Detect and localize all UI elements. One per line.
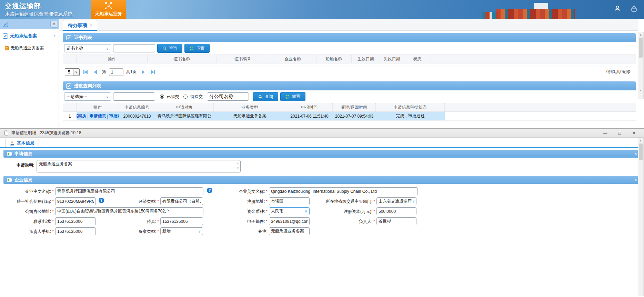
radio-submitted[interactable]: [160, 95, 164, 99]
column-header: 申报时间: [286, 103, 333, 111]
business-module-tab[interactable]: 无船承运业务: [91, 0, 126, 19]
section-fold-icon[interactable]: ∧: [634, 151, 637, 156]
certificate-search-input[interactable]: [113, 44, 155, 52]
sidebar-collapse-button[interactable]: «: [50, 21, 57, 28]
form-row-5: 负责人手机:* 备案类型:* ∨ 备注:: [0, 227, 644, 237]
record-type-select[interactable]: [160, 227, 203, 235]
certificate-search-button[interactable]: 查询: [157, 44, 182, 53]
required-mark: *: [266, 219, 268, 224]
sidebar-section-nvocc[interactable]: 无船承运备案 ∧: [0, 29, 59, 42]
progress-reset-button[interactable]: 重置: [280, 92, 305, 101]
next-page-button[interactable]: [142, 70, 145, 74]
office-addr-input[interactable]: [55, 207, 203, 215]
en-name-label: 企业英文名称:*: [203, 189, 268, 195]
phone-input[interactable]: [55, 217, 96, 225]
lock-icon[interactable]: [630, 5, 638, 12]
mobile-label: 负责人手机:*: [3, 229, 54, 235]
radio-pending[interactable]: [183, 95, 188, 99]
manager-input[interactable]: [376, 217, 416, 225]
capital-input[interactable]: [376, 207, 416, 215]
reset-icon: [285, 95, 290, 99]
section-fold-icon[interactable]: ∧: [53, 34, 56, 38]
spin-up-icon[interactable]: ∧: [237, 161, 239, 166]
tab-active-indicator: [63, 30, 97, 31]
scroll-up-icon[interactable]: ▲: [638, 32, 643, 37]
branch-company-input[interactable]: [207, 92, 249, 101]
tab-basic-info[interactable]: 基本信息: [6, 139, 39, 147]
record-type-label: 备案类型:*: [102, 229, 159, 235]
row-index: 1: [63, 112, 77, 120]
fax-input[interactable]: [160, 217, 203, 225]
prev-page-button[interactable]: [94, 70, 97, 74]
progress-panel: 进度查询列表 ---请选择--- ∨ 已提交 待提交: [63, 81, 636, 121]
progress-filter-select[interactable]: ---请选择--- ∨: [64, 92, 111, 101]
remark-input[interactable]: [269, 227, 310, 235]
filler-column: [431, 55, 636, 63]
form-row-4: 联系电话:* 传真:* 电子邮件:* 负责人:*: [0, 217, 644, 227]
last-page-button[interactable]: [151, 70, 155, 74]
page-size-select[interactable]: 5 ∨: [65, 68, 80, 76]
app-title: 交通运输部: [5, 1, 72, 11]
credit-code-label: 统一社会信用代码:*: [3, 199, 54, 205]
person-icon: [10, 141, 14, 146]
edit-icon: [3, 22, 8, 27]
radio-submitted-label: 已提交: [167, 94, 179, 100]
maximize-button[interactable]: □: [614, 129, 625, 137]
scrollbar-thumb[interactable]: [639, 143, 643, 160]
econ-type-input[interactable]: [160, 197, 203, 205]
scroll-down-icon[interactable]: ▼: [638, 88, 643, 93]
close-button[interactable]: ×: [628, 129, 640, 137]
required-mark: *: [157, 199, 159, 204]
fax-label: 传真:*: [102, 219, 159, 225]
chevron-down-icon: ∨: [73, 69, 79, 76]
progress-search-input[interactable]: [113, 92, 155, 101]
column-header: 业务类型: [214, 103, 286, 111]
cn-name-input[interactable]: [55, 187, 203, 195]
certificate-filter-value: 证书名称: [67, 46, 83, 51]
application-info-link[interactable]: 申请信息: [90, 113, 106, 119]
apply-description-textarea[interactable]: 无船承运业务备案: [37, 160, 241, 172]
column-header: 受理/退回时间: [333, 103, 376, 111]
apply-description-label: 申请说明:: [3, 162, 34, 168]
credit-code-input[interactable]: [55, 197, 96, 205]
progress-search-button[interactable]: 查询: [253, 92, 278, 101]
search-button-label: 查询: [169, 46, 177, 51]
tab-close-icon[interactable]: ×: [90, 23, 92, 28]
brand: 交通运输部 水路运输建设综合管理信息系统: [5, 1, 72, 17]
approval-detail-link[interactable]: 审批详情: [109, 113, 119, 119]
modal-scrollbar[interactable]: ▲: [638, 138, 644, 296]
form-row-3: 公司办公地址:* 资金币种:* ∨ 注册资本(万元):*: [0, 207, 644, 217]
first-page-button[interactable]: [83, 70, 88, 74]
filler-column: [445, 103, 636, 111]
certificate-search-row: 证书名称 ∨ 查询: [63, 42, 636, 55]
authority-select[interactable]: [376, 197, 416, 205]
spin-down-icon[interactable]: ∨: [237, 166, 239, 171]
certificate-panel-header: 证书列表: [63, 33, 636, 42]
apply-description-row: 申请说明: 无船承运业务备案 ∧ ∨: [0, 160, 644, 174]
progress-table-row[interactable]: 1 备案回执|申请信息|审批详情 200000247618 青岛凯舟行国际供应链…: [63, 112, 636, 121]
minimize-button[interactable]: —: [599, 129, 611, 137]
scroll-up-icon[interactable]: ▲: [638, 138, 643, 143]
column-header: 操作: [77, 55, 148, 63]
window-title-bar[interactable]: 申请信息明细 - 2345加速浏览器 10.18 — □ ×: [0, 129, 644, 138]
en-name-input[interactable]: [269, 187, 418, 195]
search-button-label: 查询: [265, 94, 273, 100]
main-scrollbar[interactable]: ▲ ▼: [638, 32, 644, 99]
certificate-panel-title: 证书列表: [74, 34, 632, 41]
required-mark: *: [52, 199, 54, 204]
tab-todo[interactable]: 待办事项 ×: [63, 20, 97, 30]
user-icon[interactable]: [614, 5, 621, 12]
capital-label: 注册资本(万元):*: [296, 209, 375, 215]
textarea-scroll-arrows[interactable]: ∧ ∨: [236, 161, 240, 171]
certificate-filter-select[interactable]: 证书名称 ∨: [64, 44, 111, 52]
certificate-reset-button[interactable]: 重置: [184, 44, 210, 53]
sidebar-item-nvocc-filing[interactable]: 无船承运业务备案: [0, 42, 59, 53]
company-info-section-header: 企业信息 ∧: [3, 176, 641, 184]
page-number-input[interactable]: [109, 68, 123, 76]
receipt-link[interactable]: 备案回执: [77, 113, 86, 119]
mobile-input[interactable]: [55, 227, 96, 235]
scrollbar-thumb[interactable]: [639, 38, 643, 58]
section-fold-icon[interactable]: ∧: [634, 178, 637, 182]
column-header: 申请对象: [155, 103, 214, 111]
column-header: 船舶名称: [316, 55, 352, 63]
